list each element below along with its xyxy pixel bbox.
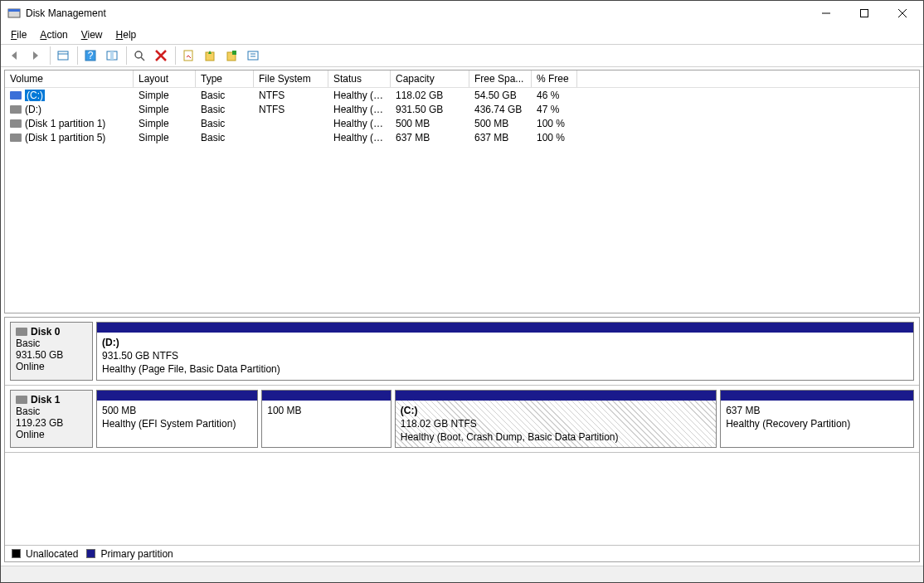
- drive-icon: [10, 91, 22, 100]
- svg-rect-20: [248, 51, 258, 60]
- menu-view[interactable]: View: [75, 27, 109, 42]
- svg-rect-6: [58, 51, 68, 60]
- menu-action[interactable]: Action: [33, 27, 74, 42]
- col-free[interactable]: Free Spa...: [469, 70, 532, 87]
- svg-rect-1: [8, 9, 20, 12]
- toolbar: ?: [1, 44, 923, 67]
- volume-row[interactable]: (Disk 1 partition 1)SimpleBasicHealthy (…: [5, 116, 919, 130]
- drive-icon: [10, 105, 22, 114]
- menu-file[interactable]: File: [4, 27, 33, 42]
- volume-list[interactable]: Volume Layout Type File System Status Ca…: [4, 70, 920, 313]
- col-pct[interactable]: % Free: [532, 70, 577, 87]
- partition[interactable]: 637 MBHealthy (Recovery Partition): [720, 390, 914, 449]
- refresh-button[interactable]: [102, 46, 122, 66]
- col-status[interactable]: Status: [328, 70, 391, 87]
- menu-help[interactable]: Help: [109, 27, 143, 42]
- action-button-2[interactable]: [221, 46, 241, 66]
- menu-bar: File Action View Help: [1, 26, 923, 44]
- close-button[interactable]: [883, 2, 922, 25]
- svg-line-13: [141, 57, 144, 61]
- partition[interactable]: (D:)931.50 GB NTFSHealthy (Page File, Ba…: [96, 322, 914, 381]
- swatch-unallocated: [12, 549, 21, 558]
- minimize-button[interactable]: [807, 2, 845, 25]
- svg-rect-3: [861, 10, 868, 17]
- action-button-1[interactable]: [200, 46, 220, 66]
- partition[interactable]: 100 MB: [261, 390, 391, 449]
- title-bar: Disk Management: [1, 1, 923, 26]
- svg-rect-19: [232, 51, 236, 55]
- swatch-primary: [86, 549, 95, 558]
- disk-info[interactable]: Disk 1Basic119.23 GBOnline: [10, 390, 93, 449]
- partition[interactable]: (C:)118.02 GB NTFSHealthy (Boot, Crash D…: [395, 390, 717, 449]
- help-button[interactable]: ?: [80, 46, 100, 66]
- col-capacity[interactable]: Capacity: [391, 70, 469, 87]
- forward-button[interactable]: [26, 46, 46, 66]
- svg-rect-11: [110, 51, 114, 60]
- disk-map: Disk 0Basic931.50 GBOnline(D:)931.50 GB …: [4, 317, 920, 562]
- rescan-button[interactable]: [129, 46, 149, 66]
- disk-row: Disk 1Basic119.23 GBOnline500 MBHealthy …: [5, 386, 919, 454]
- legend: Unallocated Primary partition: [5, 545, 919, 561]
- volume-header: Volume Layout Type File System Status Ca…: [5, 70, 919, 88]
- back-button[interactable]: [4, 46, 24, 66]
- svg-text:?: ?: [88, 50, 94, 61]
- settings-button[interactable]: [243, 46, 263, 66]
- disk-icon: [16, 328, 27, 336]
- svg-point-12: [135, 51, 142, 58]
- app-icon: [7, 7, 21, 20]
- status-bar: [1, 566, 923, 582]
- show-hide-tree-button[interactable]: [53, 46, 73, 66]
- maximize-button[interactable]: [845, 2, 883, 25]
- col-layout[interactable]: Layout: [134, 70, 196, 87]
- col-filesystem[interactable]: File System: [254, 70, 328, 87]
- drive-icon: [10, 134, 22, 142]
- col-type[interactable]: Type: [196, 70, 254, 87]
- properties-button[interactable]: [178, 46, 198, 66]
- delete-button[interactable]: [151, 46, 171, 66]
- window-title: Disk Management: [26, 7, 807, 19]
- disk-row: Disk 0Basic931.50 GBOnline(D:)931.50 GB …: [5, 318, 919, 386]
- disk-info[interactable]: Disk 0Basic931.50 GBOnline: [10, 322, 93, 381]
- disk-icon: [16, 396, 27, 404]
- volume-row[interactable]: (Disk 1 partition 5)SimpleBasicHealthy (…: [5, 130, 919, 144]
- col-volume[interactable]: Volume: [5, 70, 134, 87]
- drive-icon: [10, 119, 22, 128]
- volume-row[interactable]: (D:)SimpleBasicNTFSHealthy (P...931.50 G…: [5, 102, 919, 116]
- partition[interactable]: 500 MBHealthy (EFI System Partition): [96, 390, 258, 449]
- volume-row[interactable]: (C:)SimpleBasicNTFSHealthy (B...118.02 G…: [5, 88, 919, 102]
